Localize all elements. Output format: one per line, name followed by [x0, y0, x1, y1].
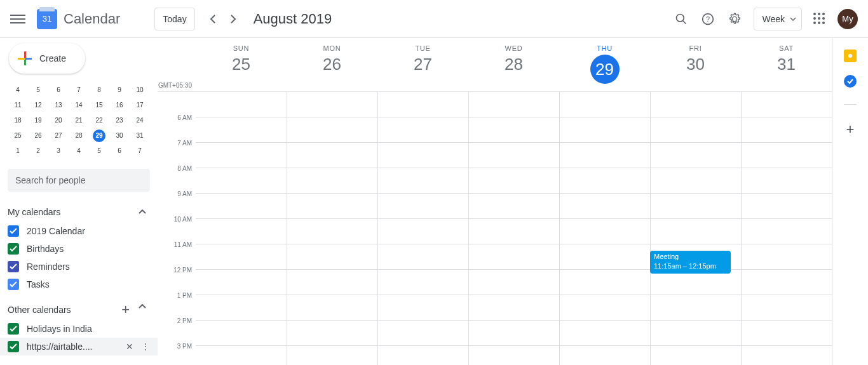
day-column[interactable]	[741, 92, 832, 365]
mini-cal-day[interactable]: 5	[89, 143, 109, 159]
day-header[interactable]: TUE27	[377, 38, 468, 91]
day-number: 28	[468, 55, 559, 74]
mini-cal-day[interactable]: 18	[8, 113, 28, 128]
day-column[interactable]	[650, 92, 741, 365]
day-header[interactable]: WED28	[468, 38, 559, 91]
mini-cal-day[interactable]: 11	[8, 98, 28, 113]
mini-cal-day[interactable]: 26	[28, 128, 48, 143]
mini-cal-day[interactable]: 14	[69, 98, 89, 113]
day-header[interactable]: SAT31	[741, 38, 832, 91]
other-calendars-header[interactable]: Other calendars +	[8, 300, 150, 320]
calendar-label: Birthdays	[27, 244, 64, 254]
more-icon[interactable]: ⋮	[141, 342, 150, 352]
mini-cal-day[interactable]: 17	[130, 98, 150, 113]
day-header[interactable]: FRI30	[650, 38, 741, 91]
mini-cal-day[interactable]: 19	[28, 113, 48, 128]
calendar-item[interactable]: Holidays in India	[8, 320, 150, 338]
day-number: 29	[590, 55, 620, 84]
mini-cal-day[interactable]: 12	[28, 98, 48, 113]
hour-label: 9 AM	[158, 190, 196, 216]
mini-cal-day[interactable]: 21	[69, 113, 89, 128]
mini-cal-day[interactable]: 6	[109, 143, 130, 159]
mini-cal-day[interactable]: 10	[130, 83, 150, 98]
calendar-item[interactable]: 2019 Calendar	[8, 222, 150, 240]
checkbox[interactable]	[8, 279, 19, 290]
day-column[interactable]	[287, 92, 377, 365]
checkbox[interactable]	[8, 261, 19, 272]
day-column[interactable]	[377, 92, 468, 365]
rail-divider	[844, 104, 857, 105]
hamburger-icon[interactable]	[10, 11, 25, 27]
settings-icon[interactable]	[727, 11, 742, 27]
checkbox[interactable]	[8, 243, 19, 255]
mini-cal-day[interactable]: 20	[48, 113, 69, 128]
mini-cal-day[interactable]: 28	[69, 128, 89, 143]
checkbox[interactable]	[8, 341, 19, 352]
mini-cal-day[interactable]: 2	[28, 143, 48, 159]
day-column[interactable]	[196, 92, 287, 365]
mini-cal-day[interactable]: 4	[69, 143, 89, 159]
tasks-icon[interactable]	[844, 75, 857, 88]
hour-label: 8 AM	[158, 165, 196, 190]
mini-cal-day[interactable]: 25	[8, 128, 28, 143]
account-avatar[interactable]: My	[837, 9, 858, 29]
mini-cal-day[interactable]: 24	[130, 113, 150, 128]
plus-icon	[18, 51, 32, 65]
apps-icon[interactable]	[813, 13, 826, 25]
mini-cal-day[interactable]: 15	[89, 98, 109, 113]
grid-body[interactable]: 6 AM7 AM8 AM9 AM10 AM11 AM12 PM1 PM2 PM3…	[158, 92, 832, 365]
grid-header: GMT+05:30 SUN25MON26TUE27WED28THU29FRI30…	[158, 38, 832, 92]
day-column[interactable]	[559, 92, 650, 365]
calendar-label: https://airtable....	[27, 342, 93, 352]
svg-line-1	[683, 20, 686, 23]
mini-cal-day[interactable]: 3	[48, 143, 69, 159]
add-calendar-icon[interactable]: +	[121, 304, 130, 315]
day-header[interactable]: SUN25	[196, 38, 287, 91]
mini-cal-day[interactable]: 4	[8, 83, 28, 98]
create-button[interactable]: Create	[9, 43, 85, 74]
chevron-down-icon	[790, 17, 796, 21]
mini-cal-day[interactable]: 31	[130, 128, 150, 143]
day-header[interactable]: MON26	[287, 38, 377, 91]
mini-cal-day[interactable]: 30	[109, 128, 130, 143]
mini-cal-day[interactable]: 27	[48, 128, 69, 143]
prev-week-button[interactable]	[203, 9, 223, 29]
mini-cal-day[interactable]: 7	[130, 143, 150, 159]
keep-icon[interactable]	[844, 50, 857, 62]
help-icon[interactable]: ?	[700, 11, 715, 27]
mini-calendar[interactable]: 4567891011121314151617181920212223242526…	[8, 83, 150, 159]
today-button[interactable]: Today	[154, 8, 194, 30]
calendar-logo-icon[interactable]: 31	[37, 9, 57, 29]
my-calendars-header[interactable]: My calendars	[8, 202, 150, 222]
mini-cal-day[interactable]: 29	[93, 129, 105, 142]
search-icon[interactable]	[674, 11, 689, 27]
view-select[interactable]: Week	[754, 8, 802, 30]
mini-cal-day[interactable]: 22	[89, 113, 109, 128]
hour-label: 11 AM	[158, 241, 196, 267]
mini-cal-day[interactable]: 6	[48, 83, 69, 98]
timezone-label: GMT+05:30	[158, 38, 196, 91]
mini-cal-day[interactable]: 16	[109, 98, 130, 113]
mini-cal-day[interactable]: 13	[48, 98, 69, 113]
day-column[interactable]	[468, 92, 559, 365]
calendar-item[interactable]: Reminders	[8, 258, 150, 275]
day-header[interactable]: THU29	[559, 38, 650, 91]
mini-cal-day[interactable]: 5	[28, 83, 48, 98]
calendar-event[interactable]: Meeting11:15am – 12:15pm	[650, 251, 731, 274]
day-number: 27	[377, 55, 468, 74]
mini-cal-day[interactable]: 9	[109, 83, 130, 98]
hour-label: 3 PM	[158, 343, 196, 365]
close-icon[interactable]: ✕	[126, 342, 133, 352]
mini-cal-day[interactable]: 7	[69, 83, 89, 98]
calendar-item[interactable]: Tasks	[8, 275, 150, 293]
next-week-button[interactable]	[223, 9, 243, 29]
mini-cal-day[interactable]: 23	[109, 113, 130, 128]
calendar-item[interactable]: https://airtable....✕⋮	[0, 338, 158, 355]
calendar-item[interactable]: Birthdays	[8, 240, 150, 258]
mini-cal-day[interactable]: 1	[8, 143, 28, 159]
search-people-input[interactable]: Search for people	[8, 169, 150, 192]
checkbox[interactable]	[8, 323, 19, 335]
mini-cal-day[interactable]: 8	[89, 83, 109, 98]
checkbox[interactable]	[8, 225, 19, 237]
add-rail-icon[interactable]: +	[846, 121, 855, 138]
